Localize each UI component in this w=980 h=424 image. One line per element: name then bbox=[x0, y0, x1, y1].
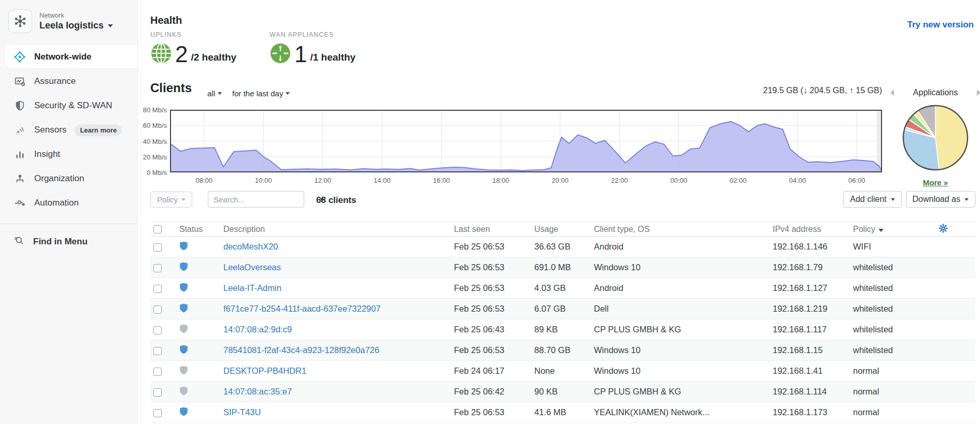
applications-pager: Applications bbox=[890, 88, 980, 97]
more-link[interactable]: More » bbox=[890, 178, 980, 187]
gear-icon[interactable] bbox=[939, 226, 948, 235]
client-type-cell: Windows 10 bbox=[591, 340, 770, 361]
sidebar-item-label: Organization bbox=[34, 173, 84, 184]
table-row: f671ce77-b254-411f-aacd-637ee7322907 Feb… bbox=[150, 299, 975, 319]
col-header-status[interactable]: Status bbox=[176, 222, 220, 237]
wan-appliance-icon bbox=[269, 42, 291, 66]
sidebar-item-organization[interactable]: Organization bbox=[0, 167, 137, 190]
last-seen-cell: Feb 25 06:53 bbox=[451, 278, 531, 299]
client-description-link[interactable]: f671ce77-b254-411f-aacd-637ee7322907 bbox=[223, 304, 380, 313]
table-row: 78541081-f2af-43c4-a923-128f92e0a726 Feb… bbox=[150, 340, 975, 361]
x-axis-tick: 22:00 bbox=[604, 177, 635, 184]
row-checkbox[interactable] bbox=[153, 264, 162, 272]
policy-filter-button[interactable]: Policy bbox=[150, 192, 192, 208]
row-checkbox[interactable] bbox=[153, 285, 162, 293]
client-type-cell: CP PLUS GMBH & KG bbox=[591, 382, 770, 402]
row-checkbox[interactable] bbox=[153, 368, 162, 376]
client-description-link[interactable]: decoMeshX20 bbox=[223, 242, 278, 251]
col-header-policy[interactable]: Policy bbox=[850, 222, 935, 237]
policy-cell: normal bbox=[850, 402, 935, 423]
client-type-cell: Windows 10 bbox=[591, 257, 770, 278]
add-client-button[interactable]: Add client bbox=[843, 191, 901, 208]
client-type-cell: Windows 10 bbox=[591, 361, 770, 382]
ipv4-cell: 192.168.1.173 bbox=[770, 402, 850, 423]
col-header-description[interactable]: Description bbox=[220, 222, 451, 237]
client-description-link[interactable]: SIP-T43U bbox=[223, 407, 261, 417]
y-axis-tick: 0 Mb/s bbox=[131, 169, 167, 177]
table-row: decoMeshX20 Feb 25 06:53 36.63 GB Androi… bbox=[150, 237, 975, 257]
sidebar-item-assurance[interactable]: Assurance bbox=[0, 70, 137, 93]
status-shield-icon bbox=[179, 386, 188, 396]
col-header-ipv4[interactable]: IPv4 address bbox=[770, 222, 850, 237]
sidebar-item-network-wide[interactable]: Network-wide bbox=[5, 46, 137, 68]
row-checkbox[interactable] bbox=[153, 305, 162, 314]
sidebar-nav: Network-wide Assurance Security & SD bbox=[0, 46, 137, 214]
sidebar-item-security-sdwan[interactable]: Security & SD-WAN bbox=[0, 94, 137, 117]
search-input[interactable] bbox=[208, 195, 320, 204]
uplinks-status: /2 healthy bbox=[191, 46, 236, 63]
client-description-link[interactable]: DESKTOP-PB4HDR1 bbox=[223, 366, 306, 375]
client-description-link[interactable]: 78541081-f2af-43c4-a923-128f92e0a726 bbox=[223, 345, 379, 355]
pie-slice bbox=[935, 106, 968, 170]
row-checkbox[interactable] bbox=[153, 347, 162, 355]
usage-area-chart bbox=[170, 110, 882, 172]
client-type-cell: Android bbox=[591, 278, 770, 299]
search-combobox[interactable] bbox=[208, 191, 304, 208]
policy-filter-label: Policy bbox=[157, 195, 178, 204]
uplinks-health: 2 /2 healthy bbox=[150, 42, 236, 66]
find-in-menu[interactable]: Find in Menu bbox=[0, 224, 137, 248]
row-checkbox[interactable] bbox=[153, 409, 162, 417]
client-description-link[interactable]: 14:07:08:a2:9d:c9 bbox=[223, 325, 292, 334]
client-description-link[interactable]: 14:07:08:ac:35:e7 bbox=[223, 387, 292, 396]
x-axis-tick: 20:00 bbox=[545, 177, 576, 184]
y-axis-tick: 40 Mb/s bbox=[131, 138, 167, 145]
last-seen-cell: Feb 25 06:53 bbox=[451, 402, 531, 423]
usage-cell: 90 KB bbox=[531, 382, 591, 402]
x-axis-tick: 08:00 bbox=[189, 177, 220, 184]
next-arrow-icon[interactable] bbox=[977, 90, 980, 96]
try-new-version-link[interactable]: Try new version bbox=[907, 20, 974, 30]
sidebar-item-label: Assurance bbox=[34, 76, 76, 86]
status-shield-icon bbox=[179, 365, 188, 375]
org-name: Leela logistics bbox=[39, 20, 104, 31]
page-title: Health bbox=[150, 14, 182, 26]
col-header-last-seen[interactable]: Last seen bbox=[451, 222, 531, 237]
ipv4-cell: 192.168.1.41 bbox=[770, 361, 850, 382]
chevron-down-icon bbox=[108, 24, 113, 27]
learn-more-badge[interactable]: Learn more bbox=[75, 124, 122, 136]
col-header-usage[interactable]: Usage bbox=[531, 222, 591, 237]
x-axis-tick: 18:00 bbox=[485, 177, 516, 184]
sidebar-item-insight[interactable]: Insight bbox=[0, 143, 137, 166]
sidebar-item-sensors[interactable]: Sensors Learn more bbox=[0, 119, 137, 141]
client-count: 68 clients bbox=[316, 195, 357, 206]
policy-cell: whitelisted bbox=[850, 299, 935, 319]
client-description-link[interactable]: LeelaOverseas bbox=[223, 262, 281, 272]
org-selector[interactable]: Leela logistics bbox=[39, 20, 113, 31]
usage-cell: 88.70 GB bbox=[531, 340, 591, 361]
table-row: Leela-IT-Admin Feb 25 06:53 4.03 GB Andr… bbox=[150, 278, 975, 299]
ipv4-cell: 192.168.1.127 bbox=[770, 278, 850, 299]
table-settings[interactable] bbox=[935, 222, 975, 237]
status-shield-icon bbox=[179, 345, 188, 354]
row-checkbox[interactable] bbox=[153, 326, 162, 334]
network-logo-icon bbox=[8, 9, 32, 33]
x-axis-tick: 00:00 bbox=[663, 177, 694, 184]
wan-appliances-label: WAN APPLIANCES bbox=[269, 31, 334, 38]
main-content: Health Try new version UPLINKS WAN APPLI… bbox=[138, 0, 980, 424]
ipv4-cell: 192.168.1.15 bbox=[770, 340, 850, 361]
chevron-down-icon bbox=[181, 198, 186, 201]
search-icon bbox=[13, 235, 25, 248]
row-checkbox[interactable] bbox=[153, 388, 162, 397]
ipv4-cell: 192.168.1.146 bbox=[770, 237, 850, 257]
table-row: SIP-T43U Feb 25 06:53 41.6 MB YEALINK(XI… bbox=[150, 402, 975, 423]
row-checkbox[interactable] bbox=[153, 243, 162, 252]
download-as-button[interactable]: Download as bbox=[906, 191, 976, 208]
col-header-client-type[interactable]: Client type, OS bbox=[591, 222, 770, 237]
select-all-checkbox[interactable] bbox=[153, 225, 162, 233]
client-description-link[interactable]: Leela-IT-Admin bbox=[223, 283, 281, 293]
policy-cell: whitelisted bbox=[850, 319, 935, 340]
sidebar-item-automation[interactable]: Automation bbox=[0, 192, 137, 214]
status-shield-icon bbox=[179, 303, 188, 313]
prev-arrow-icon[interactable] bbox=[890, 90, 894, 96]
x-axis-tick: 14:00 bbox=[366, 177, 397, 184]
